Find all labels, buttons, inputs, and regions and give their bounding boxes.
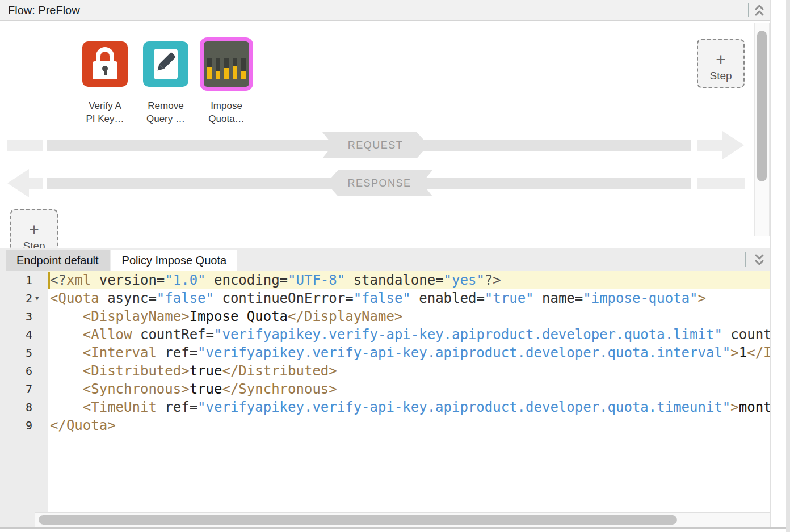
tab-endpoint-default[interactable]: Endpoint default [6,250,110,271]
api-proxy-flow-editor: Flow: PreFlow Verify API Key…RemoveQuery… [0,0,790,532]
request-arrow-shaft [697,140,723,151]
line-number: 6 [0,362,48,380]
pencil-icon [143,41,188,87]
flow-scrollbar-thumb[interactable] [757,31,767,181]
editor-hscrollbar [0,512,771,527]
step-button-label: Step [11,240,57,248]
code-line-2[interactable]: 2▾<Quota async="false" continueOnError="… [0,289,771,307]
hscroll-thumb[interactable] [39,515,677,525]
plus-icon: + [11,221,57,238]
fold-marker-icon[interactable]: ▾ [35,289,39,307]
code-line-9[interactable]: 9</Quota> [0,416,771,434]
hscroll-track[interactable] [35,512,771,527]
policy-impose-quota[interactable]: ImposeQuota… [204,41,249,125]
text-caret [48,272,50,289]
add-step-button-request[interactable]: + Step [697,39,745,88]
chevrons-down-icon [753,252,766,267]
flow-title: Flow: PreFlow [8,0,80,20]
step-button-label: Step [698,70,743,82]
collapse-editor-button[interactable] [752,252,767,268]
code-text[interactable]: <Interval ref="verifyapikey.verify-api-k… [48,344,771,362]
request-label: REQUEST [322,132,428,158]
line-number: 4 [0,326,48,344]
policy-label: ImposeQuota… [190,99,263,125]
request-arrowhead-icon [722,131,744,159]
window-edge-strip [786,0,790,532]
chevrons-up-icon [753,3,766,18]
panel-right-border [770,0,771,527]
code-text[interactable]: <Synchronous>true</Synchronous> [48,380,771,398]
response-arrowhead-icon [7,169,29,197]
code-text[interactable]: <DisplayName>Impose Quota</DisplayName> [48,307,771,326]
response-bar-end-segment [697,178,745,189]
line-number: 3 [0,307,48,326]
tab-policy-impose-quota[interactable]: Policy Impose Quota [111,250,238,271]
code-line-6[interactable]: 6 <Distributed>true</Distributed> [0,362,771,380]
line-number: 8 [0,398,48,416]
code-lines: 1<?xml version="1.0" encoding="UTF-8" st… [0,271,771,434]
line-number: 2 [0,289,48,307]
code-text[interactable]: <Distributed>true</Distributed> [48,362,771,380]
code-line-4[interactable]: 4 <Allow countRef="verifyapikey.verify-a… [0,326,771,344]
editor-tab-bar: Endpoint defaultPolicy Impose Quota [0,248,771,271]
code-text[interactable]: <?xml version="1.0" encoding="UTF-8" sta… [48,271,771,289]
editor-tabs: Endpoint defaultPolicy Impose Quota [6,250,237,271]
header-divider [748,3,749,17]
code-line-8[interactable]: 8 <TimeUnit ref="verifyapikey.verify-api… [0,398,771,416]
lock-icon [82,41,128,87]
code-line-5[interactable]: 5 <Interval ref="verifyapikey.verify-api… [0,344,771,362]
response-arrow-shaft [28,178,43,189]
policy-verify-api-key[interactable]: Verify API Key… [82,41,128,125]
code-text[interactable]: <TimeUnit ref="verifyapikey.verify-api-k… [48,398,771,416]
response-label: RESPONSE [326,170,432,196]
add-step-button-response[interactable]: + Step [10,209,58,248]
line-number: 5 [0,344,48,362]
code-text[interactable]: <Quota async="false" continueOnError="fa… [48,289,771,307]
line-number: 1 [0,271,48,289]
code-text[interactable]: <Allow countRef="verifyapikey.verify-api… [48,326,771,344]
code-line-7[interactable]: 7 <Synchronous>true</Synchronous> [0,380,771,398]
plus-icon: + [698,51,743,68]
gutter-corner [0,512,35,527]
bar-chart-icon [204,41,249,87]
code-line-3[interactable]: 3 <DisplayName>Impose Quota</DisplayName… [0,307,771,326]
line-number: 7 [0,380,48,398]
tab-bar-divider [745,252,746,267]
flow-scrollbar-track[interactable] [754,23,770,236]
line-number: 9 [0,416,48,434]
flow-header: Flow: PreFlow [0,0,771,21]
policy-list: Verify API Key…RemoveQuery …ImposeQuota… [82,41,249,125]
policy-remove-query[interactable]: RemoveQuery … [143,41,188,125]
collapse-flow-button[interactable] [752,2,767,18]
panel-bottom-border [0,527,790,529]
request-bar-start-segment [7,140,43,151]
code-line-1[interactable]: 1<?xml version="1.0" encoding="UTF-8" st… [0,271,771,289]
flow-canvas: Verify API Key…RemoveQuery …ImposeQuota…… [0,22,771,248]
xml-code-editor[interactable]: 1<?xml version="1.0" encoding="UTF-8" st… [0,271,771,512]
code-text[interactable]: </Quota> [48,416,771,434]
